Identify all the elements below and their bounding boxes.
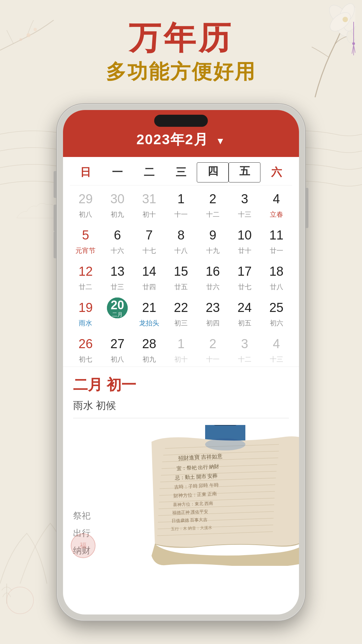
weekday-mon: 一 xyxy=(102,162,133,182)
app-subtitle: 多功能方便好用 xyxy=(0,58,362,86)
cal-cell-feb25[interactable]: 25 初六 xyxy=(260,294,292,330)
weekday-sun: 日 xyxy=(70,162,102,182)
cal-cell-feb18[interactable]: 18 廿八 xyxy=(260,258,292,294)
cal-cell-feb5[interactable]: 5 元宵节 xyxy=(70,222,102,258)
cal-cell-feb10[interactable]: 10 廿十 xyxy=(229,222,260,258)
cal-cell-mar4[interactable]: 4 十三 xyxy=(260,330,292,367)
cal-cell-feb3[interactable]: 3 十三 xyxy=(229,185,260,222)
weekday-tue: 二 xyxy=(133,162,165,182)
almanac-scroll-icon: 招財進寶 吉祥如意 宜：祭祀 出行 納財 忌：動土 開市 安葬 吉時：子時 卯時… xyxy=(138,425,299,566)
app-title: 万年历 xyxy=(0,20,362,56)
cal-cell-feb21[interactable]: 21 龙抬头 xyxy=(133,294,165,330)
weekday-thu: 四 xyxy=(197,162,229,182)
cal-cell-feb22[interactable]: 22 初三 xyxy=(165,294,197,330)
cal-cell-feb15[interactable]: 15 廿五 xyxy=(165,258,197,294)
cal-cell-feb16[interactable]: 16 廿六 xyxy=(197,258,229,294)
phone-mockup: 2023年2月 ▼ 日 一 二 三 四 五 六 xyxy=(57,104,305,621)
cal-cell-feb4[interactable]: 4 立春 xyxy=(260,185,292,222)
cal-cell-feb14[interactable]: 14 廿四 xyxy=(133,258,165,294)
cal-cell-feb24[interactable]: 24 初五 xyxy=(229,294,260,330)
cal-cell-feb27[interactable]: 27 初八 xyxy=(102,330,133,367)
phone-screen: 2023年2月 ▼ 日 一 二 三 四 五 六 xyxy=(63,110,299,614)
cal-cell-mar1[interactable]: 1 初十 xyxy=(165,330,197,367)
cal-cell-feb17[interactable]: 17 廿七 xyxy=(229,258,260,294)
svg-text:福: 福 xyxy=(80,542,86,549)
almanac-section: 招財進寶 吉祥如意 宜：祭祀 出行 納財 忌：動土 開市 安葬 吉時：子時 卯時… xyxy=(63,425,299,566)
phone-notch xyxy=(154,115,208,127)
cal-cell-feb2[interactable]: 2 十二 xyxy=(197,185,229,222)
cal-cell-feb6[interactable]: 6 十六 xyxy=(102,222,133,258)
phone-frame: 2023年2月 ▼ 日 一 二 三 四 五 六 xyxy=(57,104,305,621)
cal-cell-feb19[interactable]: 19 雨水 xyxy=(70,294,102,330)
weekday-wed: 三 xyxy=(165,162,197,182)
cal-cell-jan31[interactable]: 31 初十 xyxy=(133,185,165,222)
cal-cell-feb11[interactable]: 11 廿一 xyxy=(260,222,292,258)
svg-rect-31 xyxy=(214,425,237,426)
cal-cell-feb20-selected[interactable]: 20 二月 xyxy=(102,294,133,330)
weekday-sat: 六 xyxy=(260,162,292,182)
cal-cell-feb12[interactable]: 12 廿二 xyxy=(70,258,102,294)
cal-cell-feb28[interactable]: 28 初九 xyxy=(133,330,165,367)
calendar-body: 日 一 二 三 四 五 六 29 初八 3 xyxy=(63,157,299,367)
cal-cell-feb13[interactable]: 13 廿三 xyxy=(102,258,133,294)
cal-cell-mar2[interactable]: 2 十一 xyxy=(197,330,229,367)
calendar-month-title[interactable]: 2023年2月 ▼ xyxy=(70,130,292,149)
detail-section: 二月 初一 雨水 初候 xyxy=(63,367,299,425)
cal-cell-mar3[interactable]: 3 十二 xyxy=(229,330,260,367)
svg-point-17 xyxy=(7,587,34,614)
seal-icon: 福 xyxy=(70,532,97,559)
title-section: 万年历 多功能方便好用 xyxy=(0,20,362,86)
cal-cell-feb1[interactable]: 1 十一 xyxy=(165,185,197,222)
weekday-header: 日 一 二 三 四 五 六 xyxy=(70,157,292,185)
cal-cell-feb7[interactable]: 7 十七 xyxy=(133,222,165,258)
cal-cell-feb26[interactable]: 26 初七 xyxy=(70,330,102,367)
cal-cell-feb8[interactable]: 8 十八 xyxy=(165,222,197,258)
cal-cell-feb23[interactable]: 23 初四 xyxy=(197,294,229,330)
detail-date: 二月 初一 xyxy=(73,375,289,395)
detail-info: 雨水 初候 xyxy=(73,399,289,418)
cal-cell-jan30[interactable]: 30 初九 xyxy=(102,185,133,222)
cal-cell-feb9[interactable]: 9 十九 xyxy=(197,222,229,258)
calendar-grid: 29 初八 30 初九 31 初十 1 十一 xyxy=(70,185,292,367)
dropdown-arrow-icon[interactable]: ▼ xyxy=(216,136,226,147)
cal-cell-jan29[interactable]: 29 初八 xyxy=(70,185,102,222)
weekday-fri: 五 xyxy=(229,162,260,182)
svg-point-30 xyxy=(205,438,245,450)
